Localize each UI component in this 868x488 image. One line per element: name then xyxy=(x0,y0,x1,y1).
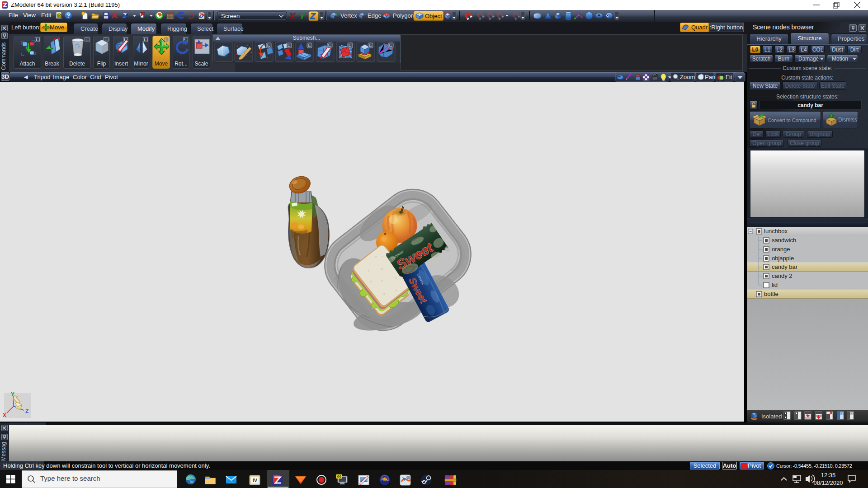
svg-text:candy bar: candy bar xyxy=(772,263,798,270)
svg-text:Y: Y xyxy=(299,11,306,21)
svg-text:Pan: Pan xyxy=(705,74,715,80)
svg-text:candy 2: candy 2 xyxy=(772,272,793,279)
svg-text:Edge: Edge xyxy=(368,12,381,19)
svg-text:lunchbox: lunchbox xyxy=(764,228,788,235)
svg-text:X: X xyxy=(3,412,6,418)
svg-text:Zoom: Zoom xyxy=(680,74,695,80)
svg-text:Vertex: Vertex xyxy=(340,12,357,19)
svg-text:lid: lid xyxy=(772,282,778,288)
svg-text:Object: Object xyxy=(425,13,442,19)
svg-text:Screen: Screen xyxy=(221,13,240,19)
svg-text:bottle: bottle xyxy=(764,291,778,297)
svg-text:Z: Z xyxy=(310,11,316,21)
svg-text:objapple: objapple xyxy=(772,255,794,262)
svg-text:08/12/2020: 08/12/2020 xyxy=(813,479,843,486)
svg-text:X: X xyxy=(289,11,296,21)
svg-text:99: 99 xyxy=(337,474,342,479)
svg-text:?: ? xyxy=(66,12,70,19)
svg-text:IV: IV xyxy=(253,478,258,483)
svg-text:12:35: 12:35 xyxy=(821,472,836,479)
svg-text:sandwich: sandwich xyxy=(772,237,796,244)
svg-text:orange: orange xyxy=(772,246,790,253)
svg-text:Polygon: Polygon xyxy=(393,12,414,19)
svg-text:Fit: Fit xyxy=(726,74,732,80)
svg-text:Z: Z xyxy=(25,408,28,414)
